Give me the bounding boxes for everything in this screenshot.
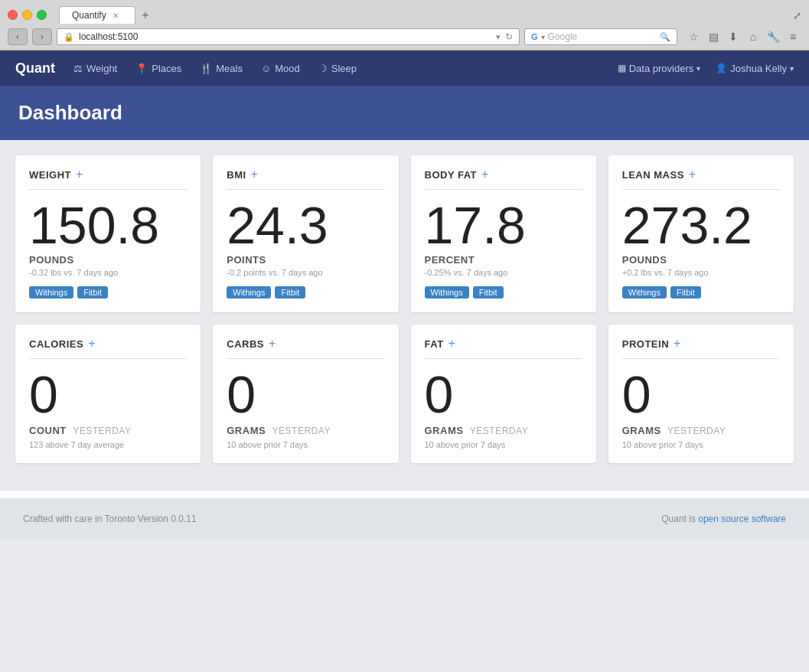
nav-places-label: Places [152,63,181,74]
carbs-card-header: CARBS + [227,337,384,359]
bookmark-icon[interactable]: ☆ [685,28,702,45]
protein-card: PROTEIN + 0 GRAMS YESTERDAY 10 above pri… [608,325,794,463]
weight-badge-withings[interactable]: Withings [29,286,73,298]
body-fat-card-header: BODY FAT + [425,168,582,190]
calories-add-button[interactable]: + [88,337,95,351]
protein-card-header: PROTEIN + [622,337,780,359]
protein-add-button[interactable]: + [674,337,680,351]
protein-subtext: 10 above prior 7 days [622,440,780,449]
user-name-label: Joshua Kelly [730,63,787,74]
reader-icon[interactable]: ▤ [705,28,722,45]
weight-badge-fitbit[interactable]: Fitbit [77,286,108,298]
tab-close-icon[interactable]: ✕ [113,11,119,20]
nav-meals-label: Meals [216,63,243,74]
nav-item-sleep[interactable]: ☽ Sleep [318,63,357,74]
calories-subtext: 123 above 7 day average [29,440,187,449]
user-chevron: ▾ [790,64,794,73]
user-menu[interactable]: 👤 Joshua Kelly ▾ [716,63,794,74]
data-providers-icon: ▦ [618,63,626,73]
url-bar[interactable]: 🔒 localhost:5100 ▾ ↻ [57,28,520,45]
data-providers-label: Data providers [629,63,694,74]
lean-mass-unit: POUNDS [622,254,780,266]
close-button[interactable] [8,10,18,20]
weight-card-title: WEIGHT [29,169,71,181]
home-icon[interactable]: ⌂ [745,28,762,45]
lean-mass-change: +0.2 lbs vs. 7 days ago [622,268,780,277]
bmi-badge-withings[interactable]: Withings [227,286,271,298]
calories-unit: COUNT [29,425,67,436]
main-content: WEIGHT + 150.8 POUNDS -0.32 lbs vs. 7 da… [0,140,809,491]
data-providers-menu[interactable]: ▦ Data providers ▾ [618,63,701,74]
fat-add-button[interactable]: + [449,337,455,351]
footer-right: Quant is open source software [661,514,786,524]
fat-value: 0 [425,368,582,420]
dashboard-header: Dashboard [0,86,809,140]
lean-mass-add-button[interactable]: + [689,168,696,181]
minimize-button[interactable] [22,10,32,20]
body-fat-badge-withings[interactable]: Withings [425,286,469,298]
nav-brand[interactable]: Quant [15,60,55,77]
menu-icon[interactable]: ≡ [785,28,801,45]
nav-item-places[interactable]: 📍 Places [135,63,181,74]
nav-item-mood[interactable]: ☺ Mood [261,63,300,74]
fat-card: FAT + 0 GRAMS YESTERDAY 10 above prior 7… [411,325,596,463]
weight-card-header: WEIGHT + [29,168,187,190]
forward-button[interactable]: › [32,28,52,45]
bmi-add-button[interactable]: + [251,168,258,181]
carbs-add-button[interactable]: + [269,337,276,351]
nav-item-weight[interactable]: ⚖ Weight [73,63,117,74]
carbs-value: 0 [227,368,384,420]
tab-title: Quantify [72,10,106,21]
browser-chrome: Quantify ✕ + ⤢ ‹ › 🔒 localhost:5100 ▾ ↻ … [0,0,809,51]
footer-left-text: Crafted with care in Toronto Version 0.0… [23,514,197,524]
search-bar[interactable]: G ▾ Google 🔍 [524,28,677,45]
weight-add-button[interactable]: + [76,168,83,181]
browser-tab-active[interactable]: Quantify ✕ [59,6,135,24]
tools-icon[interactable]: 🔧 [765,28,781,45]
bmi-badge-fitbit[interactable]: Fitbit [275,286,305,298]
refresh-icon[interactable]: ↻ [505,31,513,42]
weight-change: -0.32 lbs vs. 7 days ago [29,268,187,277]
bmi-unit: POINTS [227,254,384,266]
lock-icon: 🔒 [64,32,74,42]
dashboard-title: Dashboard [18,101,791,125]
body-fat-add-button[interactable]: + [481,168,488,181]
protein-value: 0 [622,368,780,420]
back-button[interactable]: ‹ [8,28,28,45]
body-fat-badges: Withings Fitbit [425,286,582,298]
bmi-card-header: BMI + [227,168,384,190]
meals-icon: 🍴 [200,63,212,74]
app-wrapper: Quant ⚖ Weight 📍 Places 🍴 Meals ☺ Mood ☽… [0,51,809,540]
calories-value: 0 [29,368,187,420]
lean-mass-badge-withings[interactable]: Withings [622,286,667,298]
open-source-link[interactable]: open source software [698,514,786,524]
body-fat-unit: PERCENT [425,254,582,266]
fat-unit: GRAMS [425,425,464,436]
fat-unit-label: YESTERDAY [470,426,528,436]
maximize-button[interactable] [37,10,47,20]
lean-mass-badge-fitbit[interactable]: Fitbit [670,286,701,298]
calories-card: CALORIES + 0 COUNT YESTERDAY 123 above 7… [15,325,201,463]
body-fat-card: BODY FAT + 17.8 PERCENT -0.25% vs. 7 day… [411,155,596,312]
nav-weight-label: Weight [86,63,117,74]
carbs-card-title: CARBS [227,338,264,350]
sleep-icon: ☽ [318,63,328,74]
protein-unit: GRAMS [622,425,661,436]
bmi-change: -0.2 points vs. 7 days ago [227,268,384,277]
nav-item-meals[interactable]: 🍴 Meals [200,63,243,74]
body-fat-badge-fitbit[interactable]: Fitbit [473,286,504,298]
search-submit-icon[interactable]: 🔍 [660,32,670,42]
nav-left: Quant ⚖ Weight 📍 Places 🍴 Meals ☺ Mood ☽… [15,60,357,77]
weight-value: 150.8 [29,199,187,251]
resize-icon[interactable]: ⤢ [793,10,801,21]
new-tab-button[interactable]: + [137,7,154,24]
body-fat-card-title: BODY FAT [425,169,478,181]
google-icon: G [531,32,538,41]
weight-unit: POUNDS [29,254,187,266]
url-dropdown-icon[interactable]: ▾ [496,32,501,42]
lean-mass-card: LEAN MASS + 273.2 POUNDS +0.2 lbs vs. 7 … [608,155,794,312]
nav-mood-label: Mood [275,63,300,74]
download-icon[interactable]: ⬇ [725,28,742,45]
search-dropdown-icon[interactable]: ▾ [541,33,545,41]
footer-right-text: Quant is [661,514,698,524]
